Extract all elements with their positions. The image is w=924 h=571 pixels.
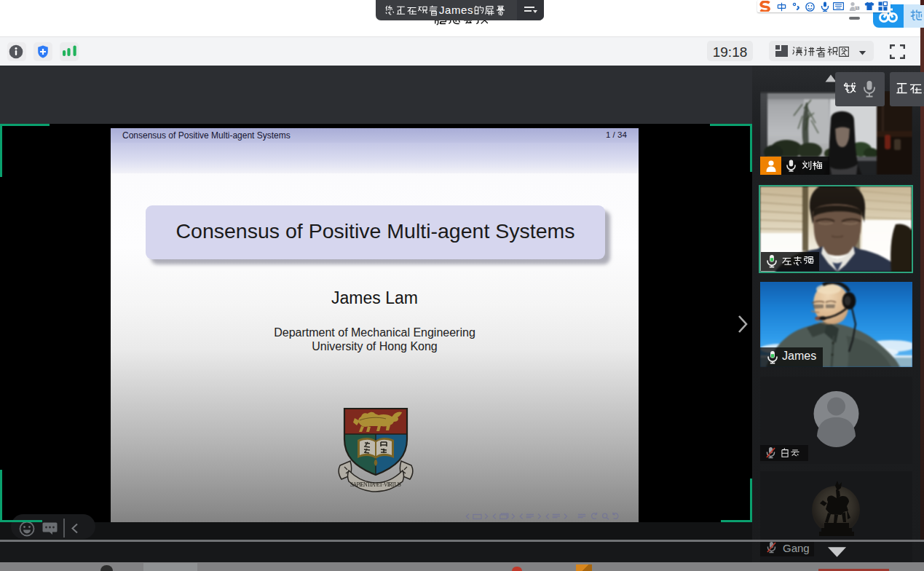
svg-text:13: 13 xyxy=(856,6,860,10)
svg-text:SAPIENTIA·ET·VIRTUS: SAPIENTIA·ET·VIRTUS xyxy=(350,481,401,488)
